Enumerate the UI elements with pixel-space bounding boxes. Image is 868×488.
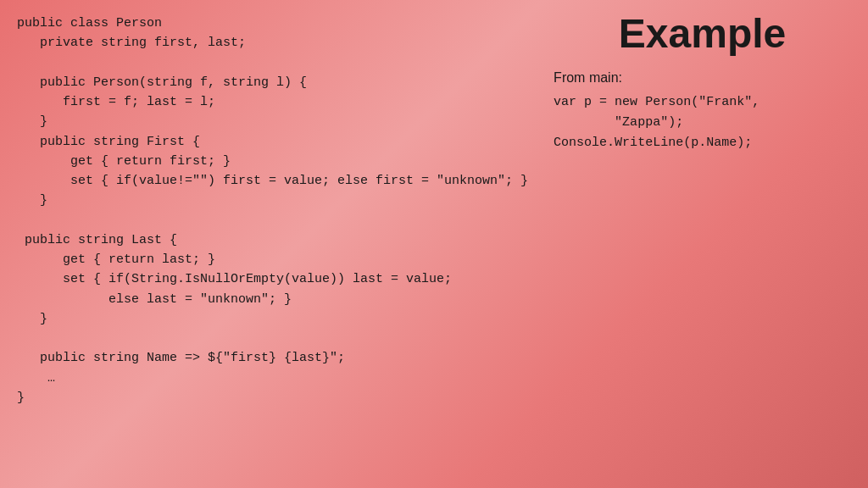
- from-main-label: From main:: [554, 70, 851, 86]
- main-container: public class Person private string first…: [0, 0, 868, 488]
- code-section: public class Person private string first…: [17, 14, 545, 474]
- right-section: Example From main: var p = new Person("F…: [545, 14, 851, 474]
- main-code: public class Person private string first…: [17, 14, 528, 408]
- example-code: var p = new Person("Frank", "Zappa"); Co…: [554, 92, 851, 153]
- page-title: Example: [554, 10, 851, 57]
